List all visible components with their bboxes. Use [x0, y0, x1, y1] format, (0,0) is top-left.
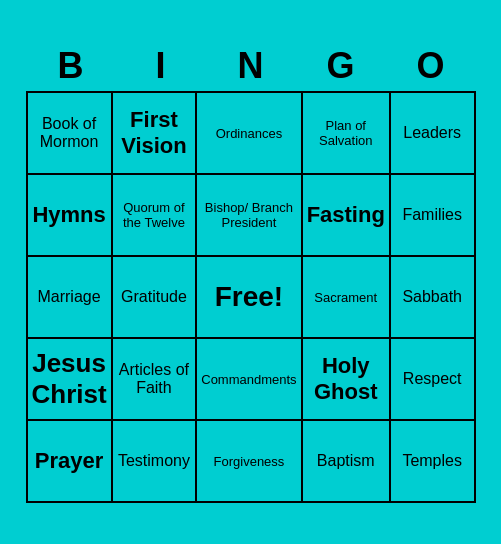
bingo-cell-5: Hymns — [28, 175, 113, 257]
header-letter: I — [116, 41, 206, 91]
header-letter: O — [386, 41, 476, 91]
bingo-cell-18: Holy Ghost — [303, 339, 391, 421]
bingo-cell-6: Quorum of the Twelve — [113, 175, 198, 257]
bingo-cell-15: Jesus Christ — [28, 339, 113, 421]
bingo-cell-24: Temples — [391, 421, 476, 503]
bingo-cell-7: Bishop/ Branch President — [197, 175, 302, 257]
bingo-cell-0: Book of Mormon — [28, 93, 113, 175]
bingo-cell-10: Marriage — [28, 257, 113, 339]
bingo-cell-1: First Vision — [113, 93, 198, 175]
bingo-cell-12: Free! — [197, 257, 302, 339]
bingo-header: BINGO — [26, 41, 476, 91]
bingo-cell-4: Leaders — [391, 93, 476, 175]
bingo-cell-3: Plan of Salvation — [303, 93, 391, 175]
header-letter: N — [206, 41, 296, 91]
bingo-card: BINGO Book of MormonFirst VisionOrdinanc… — [16, 31, 486, 513]
header-letter: G — [296, 41, 386, 91]
bingo-cell-2: Ordinances — [197, 93, 302, 175]
bingo-cell-19: Respect — [391, 339, 476, 421]
bingo-cell-21: Testimony — [113, 421, 198, 503]
bingo-cell-20: Prayer — [28, 421, 113, 503]
bingo-cell-22: Forgiveness — [197, 421, 302, 503]
bingo-grid: Book of MormonFirst VisionOrdinancesPlan… — [26, 91, 476, 503]
header-letter: B — [26, 41, 116, 91]
bingo-cell-13: Sacrament — [303, 257, 391, 339]
bingo-cell-17: Commandments — [197, 339, 302, 421]
bingo-cell-23: Baptism — [303, 421, 391, 503]
bingo-cell-16: Articles of Faith — [113, 339, 198, 421]
bingo-cell-8: Fasting — [303, 175, 391, 257]
bingo-cell-11: Gratitude — [113, 257, 198, 339]
bingo-cell-9: Families — [391, 175, 476, 257]
bingo-cell-14: Sabbath — [391, 257, 476, 339]
